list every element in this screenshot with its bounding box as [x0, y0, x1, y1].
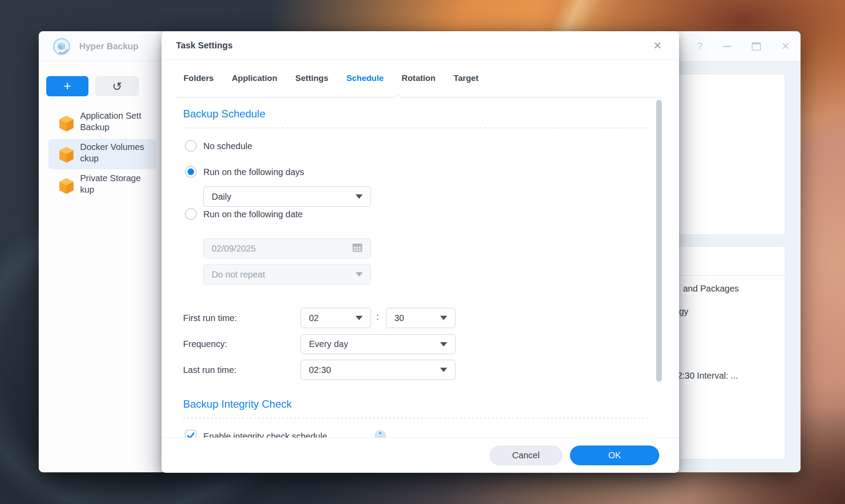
- frequency-dropdown-value: Every day: [309, 339, 348, 349]
- date-input: 02/09/2025: [203, 238, 371, 259]
- checkmark-icon: [186, 431, 196, 438]
- help-icon[interactable]: ?: [694, 41, 705, 51]
- panel-text-fragment: gy: [679, 307, 688, 317]
- panel-text-fragment: 02:30 Interval: ...: [672, 371, 738, 381]
- dialog-footer: Cancel OK: [162, 438, 679, 473]
- time-colon: :: [376, 312, 379, 322]
- last-run-dropdown[interactable]: 02:30: [301, 360, 456, 380]
- minute-dropdown-value: 30: [394, 313, 404, 323]
- first-run-time-label: First run time:: [183, 313, 237, 323]
- date-input-value: 02/09/2025: [212, 244, 256, 254]
- radio-no-schedule-label[interactable]: No schedule: [203, 141, 252, 151]
- package-icon: [59, 146, 73, 163]
- hour-dropdown[interactable]: 02: [301, 308, 371, 328]
- dialog-title: Task Settings: [176, 31, 233, 59]
- calendar-icon: [352, 243, 363, 255]
- add-task-button[interactable]: +: [46, 76, 88, 96]
- cancel-button[interactable]: Cancel: [489, 446, 562, 465]
- tab-folders[interactable]: Folders: [184, 73, 214, 83]
- radio-run-on-date[interactable]: [185, 208, 197, 220]
- history-button[interactable]: ↺: [95, 76, 139, 96]
- restore-history-icon: ↺: [112, 80, 122, 93]
- repeat-dropdown-value: Do not repeat: [212, 270, 265, 280]
- integrity-checkbox-label[interactable]: Enable integrity check schedule: [203, 431, 327, 438]
- radio-run-on-days-label[interactable]: Run on the following days: [203, 167, 304, 177]
- last-run-time-label: Last run time:: [183, 365, 236, 375]
- frequency-label: Frequency:: [183, 339, 227, 349]
- hyper-backup-app-icon: [53, 38, 70, 55]
- task-settings-dialog: Task Settings ✕ Folders Application Sett…: [162, 31, 679, 473]
- radio-run-on-date-label[interactable]: Run on the following date: [203, 209, 303, 219]
- chevron-down-icon: [440, 316, 447, 320]
- tab-target[interactable]: Target: [454, 73, 479, 83]
- maximize-icon[interactable]: [752, 42, 761, 51]
- tab-schedule[interactable]: Schedule: [346, 73, 383, 83]
- radio-no-schedule[interactable]: [185, 140, 197, 152]
- chevron-down-icon: [440, 342, 447, 347]
- dashed-divider: [183, 418, 648, 419]
- tab-settings[interactable]: Settings: [295, 73, 328, 83]
- package-icon: [59, 115, 73, 132]
- frequency-dropdown[interactable]: Every day: [301, 334, 456, 354]
- hour-dropdown-value: 02: [309, 313, 319, 323]
- minute-dropdown[interactable]: 30: [386, 308, 456, 328]
- package-icon: [59, 178, 73, 194]
- info-icon[interactable]: [375, 430, 386, 438]
- dashed-divider: [183, 128, 648, 128]
- tab-rotation[interactable]: Rotation: [402, 73, 436, 83]
- last-run-dropdown-value: 02:30: [309, 365, 331, 375]
- radio-run-on-days[interactable]: [185, 166, 197, 178]
- minimize-icon[interactable]: [723, 46, 731, 47]
- days-dropdown-value: Daily: [212, 192, 231, 202]
- window-close-icon[interactable]: ✕: [780, 41, 791, 51]
- chevron-down-icon: [356, 272, 363, 277]
- chevron-down-icon: [440, 368, 447, 372]
- integrity-checkbox[interactable]: [185, 430, 197, 438]
- scrollbar-thumb[interactable]: [656, 100, 662, 382]
- chevron-down-icon: [356, 316, 363, 320]
- app-title: Hyper Backup: [79, 31, 139, 61]
- repeat-dropdown: Do not repeat: [203, 264, 371, 285]
- chevron-down-icon: [356, 194, 363, 199]
- ok-button[interactable]: OK: [570, 446, 659, 465]
- dialog-tab-bar: Folders Application Settings Schedule Ro…: [176, 59, 665, 98]
- section-heading-backup-schedule: Backup Schedule: [183, 108, 265, 120]
- dialog-header: Task Settings ✕: [162, 31, 679, 60]
- dialog-scroll-area: Backup Schedule No schedule Run on the f…: [162, 98, 679, 438]
- tab-application[interactable]: Application: [232, 73, 277, 83]
- panel-text-fragment: and Packages: [683, 284, 739, 294]
- section-heading-integrity-check: Backup Integrity Check: [183, 398, 292, 410]
- desktop: Hyper Backup ? ✕ + ↺ A: [0, 0, 845, 504]
- days-dropdown[interactable]: Daily: [203, 186, 371, 207]
- plus-icon: +: [63, 79, 71, 94]
- dialog-close-icon[interactable]: ✕: [650, 39, 665, 53]
- window-controls: ? ✕: [694, 31, 791, 61]
